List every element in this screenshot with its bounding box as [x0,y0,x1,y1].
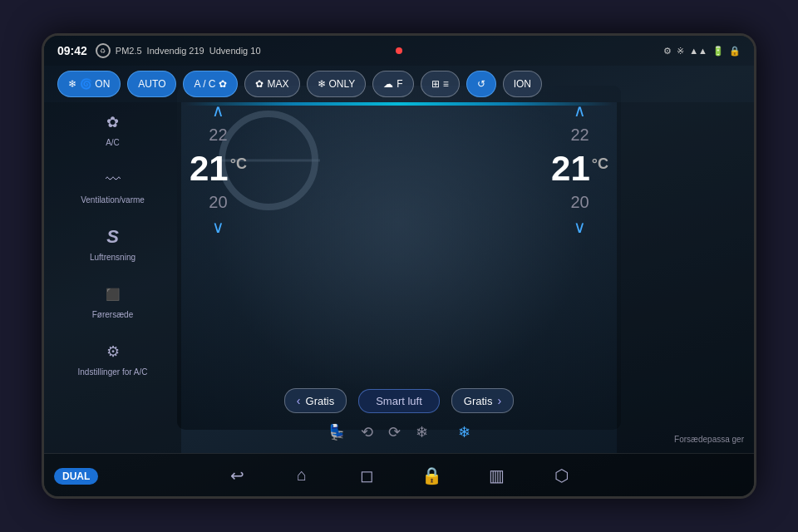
passenger-label: Forsædepassa ger [627,426,744,445]
only-button[interactable]: ❄ ONLY [307,71,367,97]
smart-luft-label: Smart luft [376,395,422,407]
fan-on-button[interactable]: ❄ 🌀 ON [57,71,121,97]
nav-home-button[interactable]: ⌂ [290,464,313,487]
auto-label: AUTO [138,78,165,90]
center-panel: ∧ 22 21 °C 20 ∨ ∧ 22 21 °C [181,102,617,453]
temp-left-down-button[interactable]: ∨ [212,219,224,235]
pm-label: PM2.5 [116,46,142,56]
seat-heat-icon[interactable]: 💺 [328,423,346,441]
temp-left-unit: °C [230,156,247,171]
temp-left-low: 20 [209,193,227,212]
air-quality-icon: ♻ [96,43,111,58]
temp-right-unit: °C [592,156,608,171]
clock: 09:42 [57,44,87,57]
bluetooth-icon: ⚙ [663,46,672,57]
ac-snowflake-icon: ✿ [219,78,227,90]
temp-right-down-button[interactable]: ∨ [574,219,586,235]
bottom-center-controls: ‹ Gratis Smart luft Gratis › 💺 [181,388,617,453]
wifi-icon: ▲▲ [689,46,707,56]
temp-right-low: 20 [570,193,589,212]
recirculate-button[interactable]: ↺ [466,71,496,97]
max-label: MAX [267,78,288,90]
left-item-ventilation[interactable]: 〰 Ventilation/varme [54,168,171,205]
signal-icon: ※ [677,46,684,57]
snowflake-icon: ❄ [416,423,428,441]
bottom-nav: DUAL ↩ ⌂ ◻ 🔒 ▥ ⬡ [44,453,754,496]
smart-luft-button[interactable]: Smart luft [358,389,440,413]
ac-button[interactable]: A / C ✿ [183,71,238,97]
only-label: ONLY [329,78,356,90]
fan-on-label: 🌀 ON [80,78,110,90]
fan-icons-row: 💺 ⟲ ⟳ ❄ ❄ [319,418,479,446]
left-seat-button[interactable]: ‹ Gratis [284,388,347,413]
airflow-icon-2[interactable]: ⟳ [388,423,401,441]
nav-grid-button[interactable]: ▥ [485,464,508,487]
left-item-seat[interactable]: ⬛ Førersæde [54,283,171,320]
nav-screen-button[interactable]: ⬡ [549,464,573,487]
temp-right-high: 22 [570,126,589,145]
max-icon: ✿ [255,78,264,90]
dual-badge: DUAL [54,468,98,485]
right-seat-button[interactable]: Gratis › [451,388,514,413]
ventilation-label: Ventilation/varme [81,195,145,205]
seat-label: Førersæde [92,309,133,320]
car-screen: 09:42 ♻ PM2.5 Indvendig 219 Udvendig 10 … [42,33,756,499]
left-panel: ✿ A/C 〰 Ventilation/varme S Luftrensning… [44,102,181,453]
lock-icon: 🔒 [729,46,741,57]
temp-left-value: 21 [190,151,229,186]
notification-area [396,47,402,54]
air-quality-info: ♻ PM2.5 Indvendig 219 Udvendig 10 [96,43,261,58]
seat-buttons-row: ‹ Gratis Smart luft Gratis › [284,388,514,413]
main-content: ✿ A/C 〰 Ventilation/varme S Luftrensning… [44,102,754,453]
auto-button[interactable]: AUTO [127,71,176,97]
right-chevron-icon: › [497,394,501,407]
temp-left-main: 21 °C [190,151,247,186]
recirculate-icon: ↺ [477,78,485,90]
temp-left-control: ∧ 22 21 °C 20 ∨ [190,102,247,235]
face-icon: ☁ [383,78,393,90]
max-button[interactable]: ✿ MAX [244,71,299,97]
nav-lock-button[interactable]: 🔒 [420,464,443,487]
feet-label: ≡ [443,78,449,90]
ion-label: ION [514,78,531,90]
temp-left-up-button[interactable]: ∧ [212,102,224,119]
feet-button[interactable]: ⊞ ≡ [421,71,460,97]
feet-icon: ⊞ [431,78,440,90]
outdoor-value: Udvendig 10 [209,46,261,56]
face-button[interactable]: ☁ F [372,71,413,97]
ac-icon: ✿ [101,111,125,134]
status-bar: 09:42 ♻ PM2.5 Indvendig 219 Udvendig 10 … [44,36,754,66]
temp-right-value: 21 [551,151,590,186]
face-label: F [397,78,402,90]
left-item-ac-settings[interactable]: ⚙ Indstillinger for A/C [54,340,171,377]
ventilation-icon: 〰 [101,168,125,191]
status-right-icons: ⚙ ※ ▲▲ 🔋 🔒 [663,46,741,57]
controls-row: ❄ 🌀 ON AUTO A / C ✿ ✿ MAX ❄ ONLY ☁ F [44,66,754,102]
temp-right-control: ∧ 22 21 °C 20 ∨ [551,102,608,235]
ac-settings-icon: ⚙ [101,340,125,363]
nav-overview-button[interactable]: ◻ [355,464,378,487]
right-panel: Forsædepassa ger [617,102,754,453]
main-screen: 09:42 ♻ PM2.5 Indvendig 219 Udvendig 10 … [44,36,754,496]
temp-right-main: 21 °C [551,151,608,186]
fan-on-icon: ❄ [68,78,76,90]
temp-left-high: 22 [209,126,227,145]
air-clean-label: Luftrensning [90,252,135,263]
only-icon: ❄ [318,78,326,90]
left-item-ac[interactable]: ✿ A/C [54,111,171,148]
temp-right-up-button[interactable]: ∧ [574,102,586,119]
ac-label: A / C [194,78,215,90]
right-seat-label: Gratis [464,395,493,407]
airflow-icon-1[interactable]: ⟲ [361,423,373,441]
ion-button[interactable]: ION [503,71,542,97]
nav-back-button[interactable]: ↩ [225,464,249,487]
notification-dot [396,47,402,54]
left-seat-label: Gratis [306,395,335,407]
left-item-air-clean[interactable]: S Luftrensning [54,225,171,263]
ac-settings-label: Indstillinger for A/C [78,367,148,377]
battery-icon: 🔋 [712,46,724,57]
indoor-value: Indvendig 219 [147,46,204,56]
air-clean-icon: S [101,225,125,249]
fan-speed-icon[interactable]: ❄ [458,423,470,441]
seat-icon: ⬛ [101,283,125,306]
